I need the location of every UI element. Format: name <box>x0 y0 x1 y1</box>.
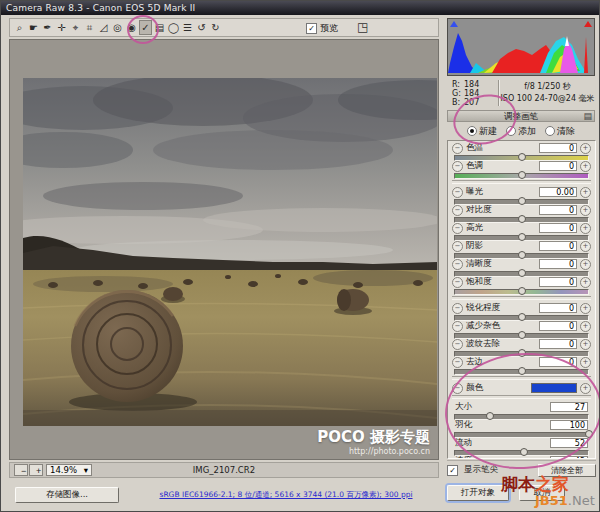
increase-button[interactable]: + <box>580 303 591 314</box>
slider-thumb[interactable] <box>518 331 526 339</box>
checkbox-check-icon: ✓ <box>447 465 458 476</box>
slider-value-input[interactable]: 0 <box>539 339 577 349</box>
decrease-button[interactable]: − <box>452 241 463 252</box>
increase-button[interactable]: + <box>580 187 591 198</box>
slider-value-input[interactable]: 0 <box>539 241 577 251</box>
radial-filter-tool[interactable]: ◯ <box>167 20 180 35</box>
image-preview-area[interactable]: POCO 摄影专题 http://photo.poco.cn <box>9 39 439 460</box>
slider-value-input[interactable]: 0 <box>539 223 577 233</box>
save-image-button[interactable]: 存储图像... <box>15 487 119 503</box>
hand-tool[interactable]: ☛ <box>27 20 40 35</box>
slider-thumb[interactable] <box>518 287 526 295</box>
slider-value-input[interactable]: 0 <box>539 321 577 331</box>
exif-info: R:184G:184B:207 f/8 1/250 秒 ISO 100 24-7… <box>447 78 595 108</box>
slider-value-input[interactable]: 100 <box>550 420 588 430</box>
red-eye-tool[interactable]: ◉ <box>125 20 138 35</box>
increase-button[interactable]: + <box>580 223 591 234</box>
panel-menu-icon[interactable]: ▤ <box>583 111 592 121</box>
fullscreen-toggle-button[interactable]: ◳ <box>357 20 368 34</box>
slider-row: −阴影0+ <box>452 241 591 258</box>
rotate-left-button[interactable]: ↺ <box>195 20 208 35</box>
increase-button[interactable]: + <box>580 161 591 172</box>
color-swatch[interactable] <box>531 383 577 393</box>
increase-button[interactable]: + <box>580 241 591 252</box>
decrease-button[interactable]: − <box>452 259 463 270</box>
histogram-plot <box>448 19 594 75</box>
increase-button[interactable]: + <box>580 357 591 368</box>
slider-value-input[interactable]: 0 <box>539 143 577 153</box>
photo-canvas[interactable] <box>23 78 437 426</box>
decrease-button[interactable]: − <box>452 357 463 368</box>
iso-lens-info: ISO 100 24-70@24 毫米 <box>500 93 595 105</box>
decrease-button[interactable]: − <box>452 321 463 332</box>
decrease-button[interactable]: − <box>452 161 463 172</box>
increase-button[interactable]: + <box>580 143 591 154</box>
slider-thumb[interactable] <box>518 367 526 375</box>
decrease-button[interactable]: − <box>452 339 463 350</box>
increase-button[interactable]: + <box>580 339 591 350</box>
white-balance-tool[interactable]: ✒ <box>41 20 54 35</box>
workflow-options-link[interactable]: sRGB IEC61966-2.1; 8 位/通道; 5616 x 3744 (… <box>131 490 441 500</box>
preferences-button[interactable]: ☰ <box>181 20 194 35</box>
toolbar: ⌕☛✒✛⌖⌗◿◎◉✓▤◯☰↺↻ ✓ 预览 ◳ <box>9 18 439 37</box>
slider-thumb[interactable] <box>518 171 526 179</box>
decrease-button[interactable]: − <box>452 187 463 198</box>
slider-value-input[interactable]: 0 <box>539 303 577 313</box>
slider-track[interactable] <box>454 432 589 438</box>
adjustment-brush-tool[interactable]: ✓ <box>139 20 152 35</box>
slider-value-input[interactable]: 52 <box>550 438 588 448</box>
mode-radio-new[interactable]: 新建 <box>467 125 497 138</box>
increase-button[interactable]: + <box>580 205 591 216</box>
slider-thumb[interactable] <box>518 313 526 321</box>
decrease-button[interactable]: − <box>452 383 463 394</box>
slider-row: −波纹去除0+ <box>452 339 591 356</box>
slider-thumb[interactable] <box>518 269 526 277</box>
increase-button[interactable]: + <box>580 277 591 288</box>
decrease-button[interactable]: − <box>452 277 463 288</box>
open-object-button[interactable]: 打开对象 <box>447 485 509 501</box>
increase-button[interactable]: + <box>580 259 591 270</box>
slider-value-input[interactable]: 0 <box>539 205 577 215</box>
cancel-button[interactable]: 取消 <box>519 485 565 501</box>
slider-value-input[interactable]: 0 <box>539 161 577 171</box>
preview-checkbox[interactable]: ✓ 预览 <box>306 22 338 35</box>
zoom-tool[interactable]: ⌕ <box>13 20 26 35</box>
clear-all-button[interactable]: 清除全部 <box>538 464 596 477</box>
decrease-button[interactable]: − <box>452 205 463 216</box>
slider-value-input[interactable]: 0.00 <box>539 187 577 197</box>
spot-removal-tool[interactable]: ◎ <box>111 20 124 35</box>
slider-thumb[interactable] <box>518 251 526 259</box>
radio-icon <box>467 126 477 136</box>
slider-thumb[interactable] <box>518 197 526 205</box>
group-divider <box>452 296 591 300</box>
graduated-filter-tool[interactable]: ▤ <box>153 20 166 35</box>
slider-thumb[interactable] <box>518 215 526 223</box>
increase-button[interactable]: + <box>580 383 591 394</box>
decrease-button[interactable]: − <box>452 303 463 314</box>
shadow-clipping-indicator[interactable] <box>450 21 458 27</box>
slider-value-input[interactable]: 0 <box>539 277 577 287</box>
color-sampler-tool[interactable]: ✛ <box>55 20 68 35</box>
slider-thumb[interactable] <box>585 430 593 438</box>
filename-label: IMG_2107.CR2 <box>10 465 438 475</box>
slider-value-input[interactable]: 27 <box>550 402 588 412</box>
decrease-button[interactable]: − <box>452 143 463 154</box>
straighten-tool[interactable]: ◿ <box>97 20 110 35</box>
rotate-right-button[interactable]: ↻ <box>209 20 222 35</box>
crop-tool[interactable]: ⌗ <box>83 20 96 35</box>
slider-value-input[interactable]: 42 <box>550 456 588 459</box>
slider-thumb[interactable] <box>518 349 526 357</box>
show-pins-checkbox[interactable]: ✓ 显示笔尖 <box>447 464 498 476</box>
slider-track[interactable] <box>454 414 589 420</box>
adjustment-panel: R:184G:184B:207 f/8 1/250 秒 ISO 100 24-7… <box>445 18 598 479</box>
mode-radio-erase[interactable]: 清除 <box>545 125 575 138</box>
slider-thumb[interactable] <box>518 153 526 161</box>
slider-value-input[interactable]: 0 <box>539 357 577 367</box>
increase-button[interactable]: + <box>580 321 591 332</box>
highlight-clipping-indicator[interactable] <box>584 21 592 27</box>
decrease-button[interactable]: − <box>452 223 463 234</box>
slider-value-input[interactable]: 0 <box>539 259 577 269</box>
targeted-adjustment-tool[interactable]: ⌖ <box>69 20 82 35</box>
slider-thumb[interactable] <box>518 233 526 241</box>
mode-radio-add[interactable]: 添加 <box>506 125 536 138</box>
